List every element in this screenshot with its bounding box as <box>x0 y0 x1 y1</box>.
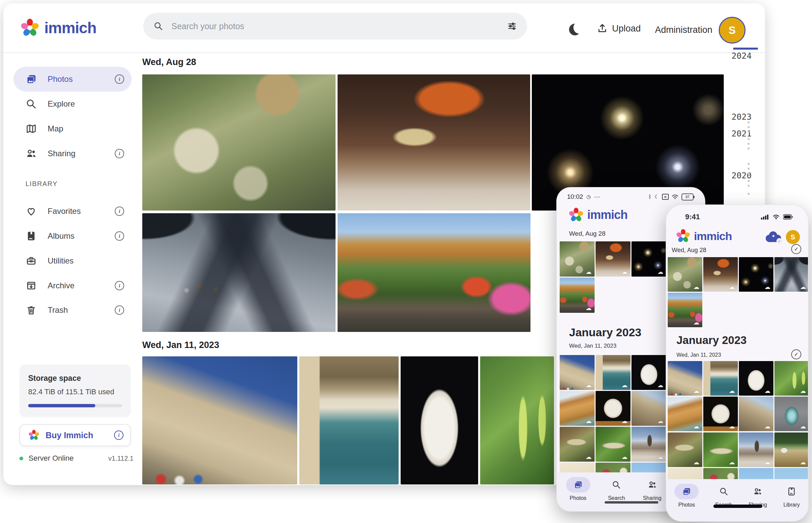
photo-fireworks[interactable]: ☁ <box>632 241 667 276</box>
photo-ruins[interactable]: ☁ <box>632 391 667 426</box>
sidebar-item-favorites[interactable]: Favorites <box>13 199 132 223</box>
timeline-tick <box>747 143 749 145</box>
phone-mockup-ios: 9:41 <box>666 204 809 522</box>
search-filters-icon[interactable] <box>507 21 517 31</box>
photo-autumn[interactable]: ☁ <box>560 277 594 313</box>
buy-info-icon[interactable] <box>114 431 123 440</box>
nav-item-sharing[interactable]: Sharing <box>643 472 661 501</box>
home-indicator[interactable] <box>713 505 762 508</box>
select-all-check-icon[interactable] <box>791 244 801 254</box>
photo-lizard[interactable]: ☁ <box>703 432 738 467</box>
photo-lizard[interactable]: ☁ <box>668 432 702 467</box>
nav-item-photos[interactable]: Photos <box>566 472 590 501</box>
user-avatar[interactable]: S <box>786 230 800 244</box>
photo-dinner[interactable] <box>338 74 530 211</box>
timeline-year[interactable]: 2020 <box>725 170 758 180</box>
photo-berries[interactable]: ☁ <box>774 361 809 396</box>
photo-ruins[interactable]: ☁ <box>739 397 773 431</box>
upload-button[interactable]: Upload <box>597 23 641 34</box>
timeline-year[interactable]: 2023 <box>725 112 758 122</box>
archive-info-icon[interactable] <box>115 281 124 290</box>
photo-beach[interactable]: ☁ <box>560 391 594 426</box>
buy-immich-button[interactable]: Buy Immich <box>19 424 131 446</box>
theme-toggle-button[interactable] <box>566 22 581 38</box>
wifi-icon <box>672 194 678 199</box>
photo-ornament[interactable]: ☁ <box>774 397 809 431</box>
timeline-year-current[interactable]: 2024 <box>725 51 758 61</box>
sidebar-item-trash[interactable]: Trash <box>13 298 132 323</box>
photo-dinner[interactable]: ☁ <box>595 241 630 276</box>
photo-autumn[interactable] <box>338 213 531 332</box>
nav-item-sharing[interactable]: Sharing <box>748 479 767 508</box>
search-icon <box>719 487 728 496</box>
nav-item-search[interactable]: Search <box>608 472 625 501</box>
photo-bust[interactable]: ☁ <box>739 361 773 396</box>
dnd-moon-icon: ☾ <box>655 194 659 200</box>
photo-beach[interactable]: ☁ <box>668 397 702 431</box>
nav-item-photos[interactable]: Photos <box>674 479 698 508</box>
photo-castle[interactable]: ☁ <box>668 361 702 396</box>
sidebar-item-sharing[interactable]: Sharing <box>13 141 132 166</box>
photo-monkeys[interactable]: ☁ <box>668 257 702 292</box>
timeline-tick <box>747 138 749 140</box>
photo-sculpture[interactable]: ☁ <box>703 397 738 431</box>
sidebar-item-map[interactable]: Map <box>13 116 132 141</box>
timeline-year[interactable]: 2021 <box>725 129 758 139</box>
albums-info-icon[interactable] <box>115 231 124 241</box>
photo-coastal[interactable]: ☁ <box>703 361 738 396</box>
photo-bust[interactable]: ☁ <box>632 355 667 390</box>
photo-berries[interactable] <box>480 356 554 484</box>
photos-info-icon[interactable] <box>115 74 124 84</box>
home-indicator[interactable] <box>605 501 658 504</box>
library-section-label: LIBRARY <box>25 180 58 188</box>
sidebar-item-albums[interactable]: Albums <box>13 223 132 249</box>
sidebar-item-photos[interactable]: Photos <box>13 67 132 92</box>
brand-name: immich <box>587 208 627 222</box>
photo-coastal[interactable]: ☁ <box>595 355 630 390</box>
sidebar-item-archive[interactable]: Archive <box>13 273 132 298</box>
search-bar[interactable] <box>143 13 527 39</box>
phone1-date-header2: Wed, Jan 11, 2023 <box>569 343 616 349</box>
photo-autumn[interactable]: ☁ <box>668 293 702 327</box>
search-input[interactable] <box>171 21 507 32</box>
app-logo[interactable]: immich <box>20 18 96 38</box>
photo-lizard[interactable]: ☁ <box>595 427 630 462</box>
nav-item-search[interactable]: Search <box>715 479 732 508</box>
cloud-sync-icon: ☁ <box>764 284 771 290</box>
photo-castle[interactable]: ☁ <box>560 355 594 390</box>
administration-label: Administration <box>655 25 712 35</box>
photo-village[interactable]: ☁ <box>632 427 667 462</box>
photo-bust[interactable] <box>401 356 478 484</box>
timeline-tick <box>747 147 749 149</box>
sidebar-item-utilities[interactable]: Utilities <box>13 249 132 273</box>
photo-village[interactable]: ☁ <box>739 432 773 467</box>
trash-info-icon[interactable] <box>115 305 124 315</box>
photo-monkeys[interactable] <box>142 74 335 211</box>
administration-link[interactable]: Administration <box>655 25 712 35</box>
photo-hands[interactable]: ☁ <box>774 257 809 292</box>
photo-fireworks[interactable]: ☁ <box>739 257 773 292</box>
photo-monkeys[interactable]: ☁ <box>560 241 594 276</box>
photo-coastal[interactable] <box>299 356 399 484</box>
favorites-info-icon[interactable] <box>115 206 124 216</box>
photo-lizard[interactable]: ☁ <box>560 427 594 462</box>
phone1-date-header: Wed, Aug 28 <box>569 230 605 237</box>
photo-dinner[interactable]: ☁ <box>703 257 738 292</box>
alarm-icon: ◷ <box>587 194 591 200</box>
photo-castle[interactable] <box>142 356 297 484</box>
photo-farm[interactable]: ☁ <box>774 432 809 467</box>
photo-hands[interactable] <box>142 213 335 332</box>
cloud-sync-icon: ☁ <box>586 269 591 275</box>
brand-name: immich <box>44 19 96 37</box>
nav-item-library[interactable]: Library <box>783 479 800 508</box>
sharing-info-icon[interactable] <box>115 149 124 158</box>
select-group-check-icon[interactable] <box>791 349 801 359</box>
sidebar-item-explore[interactable]: Explore <box>13 92 132 116</box>
cloud-sync-icon: ☁ <box>693 388 699 394</box>
sharing-people-icon <box>647 480 657 489</box>
cloud-sync-button[interactable]: ✦ ✓ <box>766 231 781 243</box>
timeline-position-marker[interactable] <box>733 48 758 50</box>
user-avatar[interactable]: S <box>719 17 746 43</box>
more-dots-icon: ⋯ <box>594 194 600 200</box>
photo-sculpture[interactable]: ☁ <box>595 391 630 426</box>
